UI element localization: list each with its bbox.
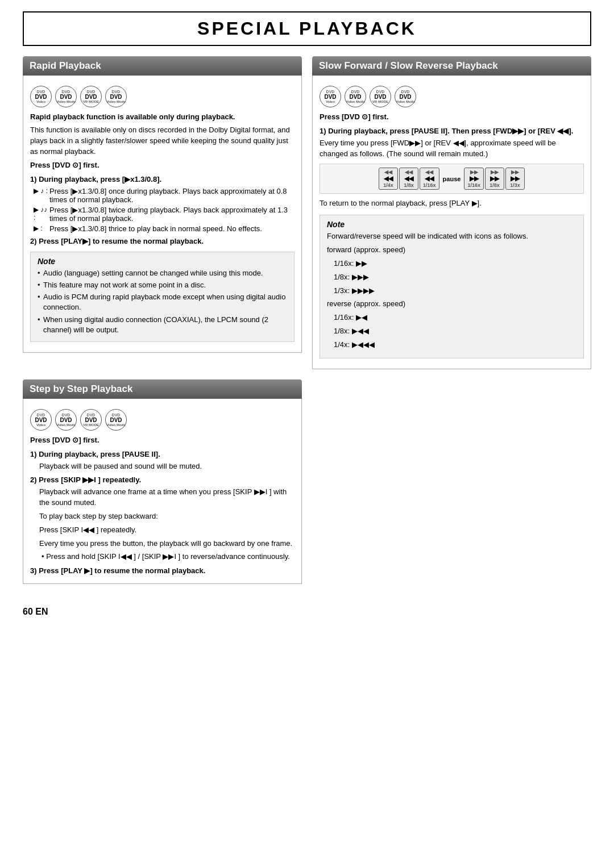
rapid-note-item-2: This feature may not work at some point … <box>38 280 287 290</box>
rapid-playback-section: Rapid Playback DVD DVD Video DVD DVD Vid… <box>23 56 302 369</box>
step-step1-label: 1) During playback, press [PAUSE II]. <box>30 449 294 460</box>
slow-dvd-badge-4: DVD DVD Video Mode <box>395 86 416 107</box>
step-dvd-badge-4: DVD DVD Video Mode <box>105 409 127 431</box>
step-step2-line-2: Press [SKIP I◀◀ ] repeatedly. <box>30 525 294 536</box>
step-step2-line-1: To play back step by step backward: <box>30 511 294 522</box>
page-number: 60 EN <box>23 607 591 617</box>
speed-1-3x-fwd: ▶▶ ▶▶ 1/3x <box>505 168 525 190</box>
rapid-note-title: Note <box>38 257 287 266</box>
slow-note-item-3: 1/8x: ▶▶▶ <box>334 272 576 283</box>
rapid-note-item-4: When using digital audio connection (COA… <box>38 315 287 335</box>
slow-note-item-8: 1/4x: ▶◀◀◀ <box>334 340 576 350</box>
slow-forward-header: Slow Forward / Slow Reverse Playback <box>312 56 591 76</box>
step-step1-text: Playback will be paused and sound will b… <box>30 461 294 472</box>
rapid-note-item-3: Audio is PCM during rapid playback mode … <box>38 292 287 312</box>
slow-note-box: Note Forward/reverse speed will be indic… <box>320 215 584 358</box>
step-dvd-badge-3: DVD DVD VR MODE <box>80 409 102 431</box>
speed-1-16x-rev: ◀◀ ◀◀ 1/16x <box>420 168 439 190</box>
slow-dvd-badge-1: DVD DVD Video <box>320 86 341 107</box>
pause-label: pause <box>441 176 463 182</box>
speed-1-16x-fwd: ▶▶ ▶▶ 1/16x <box>464 168 484 190</box>
rapid-step1-label: 1) During playback, press [▶x1.3/0.8]. <box>30 174 294 185</box>
slow-forward-section: Slow Forward / Slow Reverse Playback DVD… <box>312 56 591 369</box>
rapid-step2-label: 2) Press [PLAY▶] to resume the normal pl… <box>30 236 294 247</box>
dvd-badge-2: DVD DVD Video Mode <box>55 86 77 107</box>
step-step2-line-0: Playback will advance one frame at a tim… <box>30 487 294 508</box>
speed-1-8x-rev: ◀◀ ◀◀ 1/8x <box>399 168 418 190</box>
slow-note-item-7: 1/8x: ▶◀◀ <box>334 326 576 337</box>
step-step3-label: 3) Press [PLAY ▶] to resume the normal p… <box>30 566 294 577</box>
rapid-dvd-icons: DVD DVD Video DVD DVD Video Mode DVD DVD… <box>30 86 294 107</box>
step-by-step-header: Step by Step Playback <box>23 379 302 399</box>
dvd-badge-4: DVD DVD Video Mode <box>105 86 127 107</box>
step-step2-label: 2) Press [SKIP ▶▶I ] repeatedly. <box>30 475 294 486</box>
step-step2-line-4: • Press and hold [SKIP I◀◀ ] / [SKIP ▶▶I… <box>30 552 294 562</box>
slow-note-item-0: Forward/reverse speed will be indicated … <box>327 231 576 242</box>
rapid-press-dvd: Press [DVD ⊙] first. <box>30 160 294 171</box>
rapid-intro: This function is available only on discs… <box>30 125 294 157</box>
slow-dvd-badge-2: DVD DVD Video Mode <box>345 86 366 107</box>
slow-dvd-icons: DVD DVD Video DVD DVD Video Mode DVD DVD… <box>320 86 584 107</box>
slow-note-item-5: reverse (approx. speed) <box>327 299 576 310</box>
step-press-dvd: Press [DVD ⊙] first. <box>30 435 294 446</box>
symbol-1: ▶ ♪ : <box>34 187 49 195</box>
speed-1-8x-fwd: ▶▶ ▶▶ 1/8x <box>485 168 504 190</box>
symbol-3-text: Press [▶x1.3/0.8] thrice to play back in… <box>49 224 262 233</box>
step-dvd-badge-2: DVD DVD Video Mode <box>55 409 77 431</box>
step-dvd-icons: DVD DVD Video DVD DVD Video Mode DVD DVD… <box>30 409 294 431</box>
rapid-playback-header: Rapid Playback <box>23 56 302 76</box>
symbol-3: ▶ : <box>34 224 49 232</box>
slow-step1-text: Every time you press [FWD▶▶] or [REV ◀◀]… <box>320 138 584 160</box>
symbol-1-text: Press [▶x1.3/0.8] once during playback. … <box>49 187 294 204</box>
rapid-note-item-1: Audio (language) setting cannot be chang… <box>38 268 287 278</box>
step-dvd-badge-1: DVD DVD Video <box>30 409 52 431</box>
slow-note-item-1: forward (approx. speed) <box>327 245 576 256</box>
rapid-note-box: Note Audio (language) setting cannot be … <box>30 252 294 342</box>
slow-note-title: Note <box>327 220 576 229</box>
slow-dvd-badge-3: DVD DVD VR MODE <box>370 86 391 107</box>
slow-note-item-4: 1/3x: ▶▶▶▶ <box>334 286 576 297</box>
slow-step1-label: 1) During playback, press [PAUSE II]. Th… <box>320 126 584 137</box>
page-title: SPECIAL PLAYBACK <box>23 11 591 46</box>
speed-1-4x: ◀◀ ◀◀ 1/4x <box>379 168 398 190</box>
speed-diagram: ◀◀ ◀◀ 1/4x ◀◀ ◀◀ 1/8x ◀◀ ◀◀ 1/16x pause <box>320 164 584 194</box>
slow-return-text: To return to the normal playback, press … <box>320 198 584 209</box>
dvd-badge-1: DVD DVD Video <box>30 86 52 107</box>
rapid-bold-note: Rapid playback function is available onl… <box>30 112 294 123</box>
slow-note-item-2: 1/16x: ▶▶ <box>334 258 576 269</box>
symbol-2: ▶ ♪♪ : <box>34 206 49 222</box>
symbol-2-text: Press [▶x1.3/0.8] twice during playback.… <box>49 206 294 223</box>
slow-note-item-6: 1/16x: ▶◀ <box>334 312 576 323</box>
step-step2-line-3: Every time you press the button, the pla… <box>30 539 294 549</box>
rapid-symbol-rows: ▶ ♪ : Press [▶x1.3/0.8] once during play… <box>30 187 294 233</box>
slow-press-dvd: Press [DVD ⊙] first. <box>320 112 584 123</box>
dvd-badge-3: DVD DVD VR MODE <box>80 86 102 107</box>
